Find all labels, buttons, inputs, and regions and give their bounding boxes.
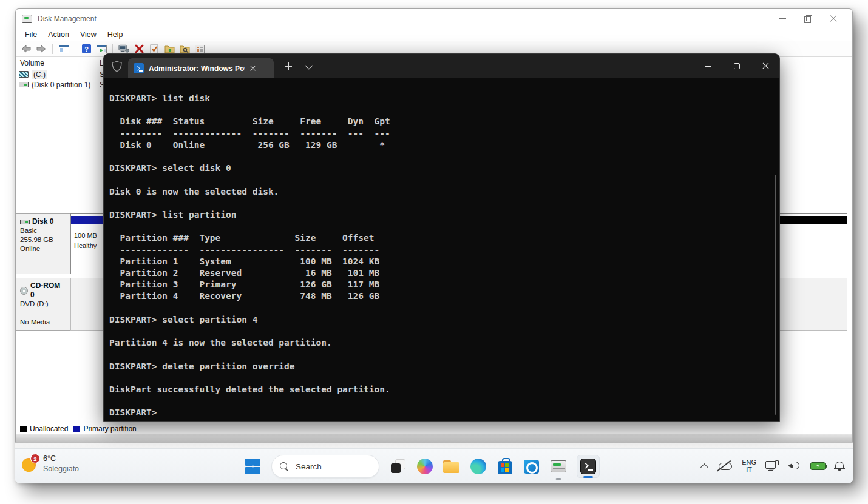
legend-label: Primary partition — [83, 425, 136, 433]
cdrom-drive-letter: DVD (D:) — [20, 300, 66, 309]
disk-management-icon — [551, 460, 566, 472]
terminal-tab-powershell[interactable]: Administrator: Windows PowerShell — [128, 58, 274, 78]
edge-button[interactable] — [470, 459, 486, 475]
language-line2: IT — [742, 466, 756, 474]
notifications-bell-icon[interactable] — [835, 461, 844, 471]
terminal-taskbar-button[interactable] — [577, 455, 600, 478]
dm-menu-help[interactable]: Help — [102, 29, 129, 40]
cd-rom-icon — [20, 287, 28, 295]
cdrom-card[interactable]: CD-ROM 0 DVD (D:) No Media — [16, 278, 70, 331]
volume-icon[interactable] — [788, 461, 801, 471]
terminal-close-button[interactable] — [751, 54, 779, 78]
disk0-size: 255.98 GB — [20, 235, 66, 244]
toolbar-action-pane-icon[interactable] — [96, 44, 107, 54]
toolbar-check-document-icon[interactable] — [149, 44, 160, 54]
legend-primary-partition: Primary partition — [73, 425, 136, 433]
disk-management-taskbar-button[interactable] — [550, 459, 566, 475]
onedrive-paused-icon[interactable] — [717, 461, 733, 471]
battery-icon[interactable] — [810, 462, 826, 470]
terminal-tab-title: Administrator: Windows PowerShell — [149, 64, 245, 73]
terminal-titlebar[interactable]: Administrator: Windows PowerShell — [104, 54, 779, 78]
search-box[interactable]: Search — [271, 455, 379, 478]
dm-legend: Unallocated Primary partition — [16, 423, 852, 434]
active-indicator — [583, 476, 593, 478]
language-indicator[interactable]: ENG IT — [742, 459, 756, 474]
weather-condition: Soleggiato — [43, 464, 79, 474]
disk0-card[interactable]: Disk 0 Basic 255.98 GB Online — [16, 213, 70, 274]
network-icon[interactable] — [765, 460, 779, 471]
terminal-window: Administrator: Windows PowerShell DISKPA… — [103, 53, 780, 422]
terminal-console[interactable]: DISKPART> list disk Disk ### Status Size… — [104, 78, 779, 421]
tray-chevron-up-icon[interactable] — [700, 463, 708, 471]
start-button[interactable] — [245, 459, 261, 475]
desktop: Disk Management File Action View Help — [15, 8, 853, 483]
outlook-icon — [524, 460, 539, 474]
dm-close-button[interactable] — [821, 10, 846, 27]
dm-titlebar[interactable]: Disk Management — [16, 9, 852, 28]
dm-menu-view[interactable]: View — [75, 29, 102, 40]
outlook-button[interactable] — [523, 459, 540, 475]
copilot-button[interactable] — [416, 459, 433, 475]
taskbar-center: Search — [245, 454, 600, 479]
dm-window-bottom-edge — [16, 434, 852, 443]
dm-window-title: Disk Management — [38, 15, 97, 23]
disk-icon — [19, 82, 29, 87]
dm-column-volume[interactable]: Volume — [16, 58, 95, 69]
toolbar-help-icon[interactable]: ? — [81, 44, 92, 54]
dm-menu-action[interactable]: Action — [42, 29, 75, 40]
windows-logo-icon — [245, 459, 261, 474]
microsoft-store-button[interactable] — [497, 459, 513, 475]
toolbar-folder-search-icon[interactable] — [179, 44, 190, 54]
terminal-scrollbar[interactable] — [775, 175, 776, 415]
task-view-button[interactable] — [390, 459, 406, 475]
file-explorer-button[interactable] — [443, 459, 459, 475]
terminal-icon — [580, 459, 596, 474]
tab-close-icon[interactable] — [249, 65, 256, 72]
cdrom-name: CD-ROM 0 — [30, 281, 66, 300]
toolbar-properties-icon[interactable] — [194, 44, 205, 54]
disk0-type: Basic — [20, 226, 66, 235]
terminal-maximize-button[interactable] — [722, 54, 751, 78]
screenshot-stage: Disk Management File Action View Help — [0, 0, 868, 504]
edge-icon — [470, 459, 486, 474]
terminal-minimize-button[interactable] — [694, 54, 722, 78]
weather-widget[interactable]: 2 6°C Soleggiato — [22, 454, 79, 474]
running-indicator — [555, 478, 561, 480]
dm-restore-button[interactable] — [795, 10, 821, 27]
terminal-output: DISKPART> list disk Disk ### Status Size… — [109, 93, 779, 419]
toolbar-back-icon[interactable] — [21, 44, 32, 54]
dm-menu-file[interactable]: File — [19, 29, 42, 40]
weather-sun-icon: 2 — [22, 456, 38, 472]
disk-management-app-icon — [22, 15, 32, 23]
weather-temperature: 6°C — [43, 454, 79, 464]
new-tab-button[interactable] — [285, 62, 292, 70]
toolbar-folder-up-icon[interactable] — [164, 44, 175, 54]
task-view-icon — [391, 459, 405, 474]
primary-partition-swatch — [73, 426, 80, 432]
disk0-status: Online — [20, 244, 66, 254]
taskbar: 2 6°C Soleggiato Search — [15, 448, 853, 483]
copilot-icon — [417, 459, 433, 474]
volume-icon — [19, 71, 29, 78]
microsoft-store-icon — [498, 461, 512, 474]
toolbar-delete-icon[interactable] — [134, 44, 144, 54]
search-placeholder: Search — [296, 462, 322, 471]
language-line1: ENG — [742, 459, 756, 466]
toolbar-remote-computer-icon[interactable] — [118, 44, 129, 54]
toolbar-forward-icon[interactable] — [36, 44, 47, 54]
powershell-icon — [134, 63, 144, 73]
legend-label: Unallocated — [30, 425, 68, 433]
tab-dropdown-icon[interactable] — [305, 61, 313, 69]
toolbar-console-tree-icon[interactable] — [58, 44, 69, 54]
legend-unallocated: Unallocated — [20, 425, 68, 433]
search-icon — [280, 462, 289, 471]
system-tray: ENG IT — [703, 453, 844, 479]
volume-name: (Disk 0 partition 1) — [32, 81, 90, 89]
volume-name: (C:) — [32, 70, 47, 79]
weather-badge: 2 — [30, 454, 40, 463]
unallocated-swatch — [20, 426, 27, 432]
file-explorer-icon — [443, 460, 459, 473]
dm-minimize-button[interactable] — [770, 10, 795, 27]
disk-drive-icon — [20, 220, 30, 224]
dm-menubar: File Action View Help — [16, 28, 852, 41]
